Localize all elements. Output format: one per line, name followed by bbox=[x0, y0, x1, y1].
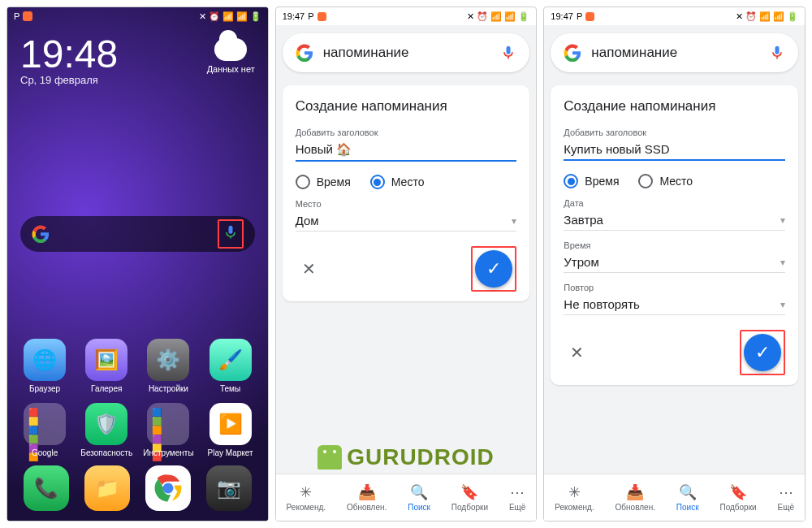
dock-chrome[interactable] bbox=[145, 465, 191, 511]
nav-collections[interactable]: 🔖Подборки bbox=[451, 483, 488, 512]
nav-label: Подборки bbox=[451, 503, 488, 512]
notification-p-icon: P bbox=[577, 11, 582, 21]
confirm-button[interactable]: ✓ bbox=[744, 334, 781, 371]
weather-widget[interactable]: Данных нет bbox=[207, 38, 255, 74]
time-label: Время bbox=[564, 240, 785, 250]
radio-place[interactable]: Место bbox=[370, 175, 425, 189]
watermark: GURUDROID bbox=[276, 444, 537, 470]
signal-icon: 📶 bbox=[490, 11, 502, 22]
battery-icon: 🔋 bbox=[518, 11, 529, 22]
nav-search[interactable]: 🔍Поиск bbox=[408, 483, 430, 512]
alarm-icon: ⏰ bbox=[209, 11, 220, 22]
nav-label: Поиск bbox=[408, 503, 430, 512]
google-logo-icon bbox=[296, 44, 313, 62]
status-time: 19:47 bbox=[551, 11, 573, 21]
phone-reminder-time: 19:47 P ✕ ⏰ 📶 📶 🔋 напоминание Создание н… bbox=[543, 6, 806, 522]
reminder-card: Создание напоминания Добавить заголовок … bbox=[551, 85, 798, 385]
wifi-icon: 📶 bbox=[773, 11, 784, 22]
alarm-icon: ⏰ bbox=[745, 11, 757, 22]
alarm-icon: ⏰ bbox=[477, 11, 488, 22]
nav-recommend[interactable]: ✳Рекоменд. bbox=[287, 483, 326, 512]
repeat-select[interactable]: Не повторять ▾ bbox=[564, 292, 785, 315]
dock-camera[interactable]: 📷 bbox=[206, 465, 252, 511]
search-bar[interactable]: напоминание bbox=[551, 33, 798, 72]
nav-updates[interactable]: 📥Обновлен. bbox=[615, 483, 655, 512]
home-search-bar[interactable] bbox=[20, 216, 255, 252]
notification-app-icon bbox=[317, 12, 326, 21]
confirm-highlight: ✓ bbox=[740, 330, 785, 375]
phone-home: P ✕ ⏰ 📶 📶 🔋 19:48 Ср, 19 февраля Данных … bbox=[6, 6, 269, 522]
nav-label: Ещё bbox=[778, 503, 794, 512]
weather-status: Данных нет bbox=[207, 64, 255, 74]
cloud-icon bbox=[214, 38, 247, 61]
more-icon: ⋯ bbox=[510, 483, 525, 501]
nav-label: Поиск bbox=[676, 503, 699, 512]
place-select[interactable]: Дом ▾ bbox=[296, 209, 517, 232]
notification-app-icon bbox=[585, 12, 594, 21]
search-query: напоминание bbox=[323, 45, 491, 61]
repeat-label: Повтор bbox=[564, 283, 785, 292]
app-gallery[interactable]: 🖼️Галерея bbox=[77, 339, 136, 393]
android-icon bbox=[317, 445, 342, 470]
radio-place-label: Место bbox=[659, 175, 693, 188]
date-label: Дата bbox=[564, 198, 785, 208]
nav-collections[interactable]: 🔖Подборки bbox=[719, 483, 756, 512]
bottom-nav: ✳Рекоменд. 📥Обновлен. 🔍Поиск 🔖Подборки ⋯… bbox=[544, 474, 805, 521]
app-tools-folder[interactable]: 🟦🟩🟧🟪🟨🟥Инструменты bbox=[139, 403, 197, 457]
card-title: Создание напоминания bbox=[296, 98, 517, 115]
chevron-down-icon: ▾ bbox=[780, 257, 785, 268]
dnd-icon: ✕ bbox=[467, 11, 474, 22]
status-bar: P ✕ ⏰ 📶 📶 🔋 bbox=[7, 7, 268, 25]
radio-time-label: Время bbox=[585, 175, 619, 188]
dock-files[interactable]: 📁 bbox=[84, 465, 130, 511]
nav-recommend[interactable]: ✳Рекоменд. bbox=[555, 483, 594, 512]
time-select[interactable]: Утром ▾ bbox=[564, 250, 785, 273]
confirm-button[interactable]: ✓ bbox=[475, 250, 512, 288]
title-input-value: Купить новый SSD bbox=[564, 142, 669, 156]
title-input[interactable]: Новый 🏠 bbox=[296, 137, 517, 162]
radio-time[interactable]: Время bbox=[296, 175, 351, 189]
app-browser[interactable]: 🌐Браузер bbox=[15, 339, 74, 393]
signal-icon: 📶 bbox=[222, 11, 234, 22]
app-play-market[interactable]: ▶️Play Маркет bbox=[201, 403, 260, 457]
app-security[interactable]: 🛡️Безопасность bbox=[77, 403, 136, 457]
chevron-down-icon: ▾ bbox=[512, 215, 516, 227]
cancel-button[interactable]: ✕ bbox=[296, 254, 322, 283]
dock-phone[interactable]: 📞 bbox=[24, 465, 69, 511]
app-themes[interactable]: 🖌️Темы bbox=[201, 339, 260, 393]
date-select[interactable]: Завтра ▾ bbox=[564, 208, 785, 231]
app-grid: 🌐Браузер 🖼️Галерея ⚙️Настройки 🖌️Темы 🟥🟨… bbox=[7, 339, 268, 457]
title-input-value: Новый 🏠 bbox=[296, 142, 352, 157]
app-google-folder[interactable]: 🟥🟨🟦🟩🟪🟧Google bbox=[15, 403, 74, 457]
home-wallpaper: P ✕ ⏰ 📶 📶 🔋 19:48 Ср, 19 февраля Данных … bbox=[7, 7, 268, 521]
cancel-button[interactable]: ✕ bbox=[564, 338, 590, 367]
app-settings[interactable]: ⚙️Настройки bbox=[139, 339, 197, 393]
watermark-text: GURUDROID bbox=[347, 444, 495, 470]
wifi-icon: 📶 bbox=[236, 11, 248, 22]
nav-search[interactable]: 🔍Поиск bbox=[676, 483, 699, 512]
nav-more[interactable]: ⋯Ещё bbox=[509, 483, 525, 512]
when-radio-group: Время Место bbox=[564, 174, 785, 188]
chevron-down-icon: ▾ bbox=[780, 214, 785, 226]
title-input[interactable]: Купить новый SSD bbox=[564, 137, 785, 161]
mic-highlight bbox=[218, 219, 244, 249]
date-value: Завтра bbox=[564, 213, 603, 227]
more-icon: ⋯ bbox=[779, 483, 793, 501]
notification-p-icon: P bbox=[308, 11, 313, 21]
search-bar[interactable]: напоминание bbox=[283, 33, 530, 72]
card-title: Создание напоминания bbox=[564, 98, 785, 115]
status-bar: 19:47 P ✕ ⏰ 📶 📶 🔋 bbox=[544, 7, 805, 25]
google-logo-icon bbox=[564, 44, 581, 62]
nav-more[interactable]: ⋯Ещё bbox=[778, 483, 794, 512]
nav-label: Ещё bbox=[509, 503, 525, 512]
dnd-icon: ✕ bbox=[199, 11, 206, 22]
radio-time[interactable]: Время bbox=[564, 174, 619, 188]
nav-label: Рекоменд. bbox=[555, 503, 594, 512]
nav-updates[interactable]: 📥Обновлен. bbox=[347, 483, 387, 512]
confirm-highlight: ✓ bbox=[471, 246, 516, 292]
mic-icon[interactable] bbox=[500, 45, 516, 61]
mic-icon[interactable] bbox=[222, 224, 239, 240]
when-radio-group: Время Место bbox=[296, 175, 517, 189]
mic-icon[interactable] bbox=[769, 45, 785, 61]
radio-place[interactable]: Место bbox=[638, 174, 693, 188]
